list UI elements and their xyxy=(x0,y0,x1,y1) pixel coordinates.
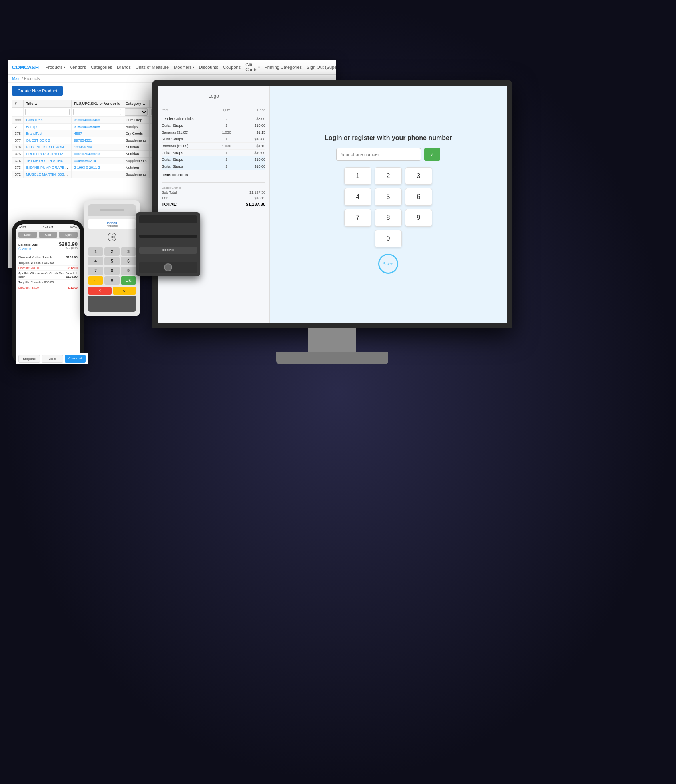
list-item[interactable]: Bananas ($1.05) 1.030 $1.15 xyxy=(162,129,265,136)
numpad-6[interactable]: 6 xyxy=(405,188,432,206)
numpad-5[interactable]: 5 xyxy=(375,188,402,206)
tax-label: Tax: xyxy=(162,196,168,200)
item-name: Tequilla, 2 each x $60.00 xyxy=(18,261,54,265)
phone-carrier: AT&T xyxy=(19,226,26,229)
phone-split-button[interactable]: Split xyxy=(59,232,78,238)
cr-btn-cancel[interactable]: ✕ xyxy=(88,287,112,295)
printer-brand: EPSON xyxy=(141,249,195,252)
balance-amount: $280.90 xyxy=(59,241,78,247)
item-name: Flavored Vodka, 1 each xyxy=(18,255,52,259)
clear-button[interactable]: Clear xyxy=(42,355,63,360)
numpad-7[interactable]: 7 xyxy=(344,209,371,227)
numpad-0[interactable]: 0 xyxy=(375,230,402,247)
cr-btn-3[interactable]: 3 xyxy=(121,247,136,256)
nav-coupons[interactable]: Coupons xyxy=(223,65,241,70)
cr-btn-ok[interactable]: OK xyxy=(121,276,136,285)
checkout-button[interactable]: Checkout xyxy=(65,355,80,360)
phone-cart-button[interactable]: Cart xyxy=(39,232,58,238)
nav-printing[interactable]: Printing Categories xyxy=(265,65,302,70)
pos-totals: Scale: 0.00 lb Sub Total: $1,127.30 Tax:… xyxy=(162,182,265,207)
filter-title[interactable] xyxy=(25,109,70,115)
nav-discounts[interactable]: Discounts xyxy=(199,65,218,70)
cr-btn-7[interactable]: 7 xyxy=(88,267,103,275)
list-item[interactable]: Tequilla, 2 each x $60.00 xyxy=(18,260,78,266)
list-item[interactable]: Bananas ($1.05) 1.030 $1.15 xyxy=(162,143,265,150)
col-category[interactable]: Category ▲ xyxy=(123,100,150,108)
cr-btn-4[interactable]: 4 xyxy=(88,257,103,265)
printer-slot xyxy=(139,235,197,238)
phone-items-list: Flavored Vodka, 1 each $100.00 Tequilla,… xyxy=(16,253,80,292)
cr-btn-1[interactable]: 1 xyxy=(88,247,103,256)
numpad: 1 2 3 4 5 6 7 8 9 0 xyxy=(344,167,432,247)
card-reader-numpad: 1 2 3 4 5 6 7 8 9 ← 0 OK xyxy=(88,247,136,285)
numpad-9[interactable]: 9 xyxy=(405,209,432,227)
item-name: Discount: -$8.00 xyxy=(18,286,39,289)
item-name: Tequilla, 2 each x $60.00 xyxy=(18,281,54,284)
list-item[interactable]: Flavored Vodka, 1 each $100.00 xyxy=(18,255,78,260)
numpad-8[interactable]: 8 xyxy=(375,209,402,227)
header-item: Item xyxy=(162,108,214,112)
printer-logo: EPSON xyxy=(139,247,197,254)
phone-back-button[interactable]: Back xyxy=(18,232,37,238)
cr-btn-0[interactable]: 0 xyxy=(104,276,120,285)
item-price: $112.00 xyxy=(68,267,78,269)
list-item[interactable]: Guitar Straps 1 $10.00 xyxy=(162,136,265,143)
phone-screen: AT&T 9:41 AM 100% Back Cart Split Balanc… xyxy=(16,224,80,360)
list-item[interactable]: Discount: -$8.00 $112.00 xyxy=(18,285,78,290)
cr-btn-9[interactable]: 9 xyxy=(121,267,136,275)
monitor-stand-base xyxy=(276,352,388,364)
phone-number-input[interactable] xyxy=(336,148,421,161)
list-item[interactable]: Guitar Straps 1 $10.00 xyxy=(162,156,265,163)
total-label: TOTAL: xyxy=(162,202,177,207)
cr-btn-5[interactable]: 5 xyxy=(104,257,120,265)
list-item[interactable]: Guitar Straps 1 $10.00 xyxy=(162,150,265,156)
cr-btn-6[interactable]: 6 xyxy=(121,257,136,265)
numpad-4[interactable]: 4 xyxy=(344,188,371,206)
pos-logo-box: Logo xyxy=(200,90,227,102)
numpad-3[interactable]: 3 xyxy=(405,167,432,185)
cr-btn-clear[interactable]: C xyxy=(113,287,136,295)
login-title: Login or register with your phone number xyxy=(325,134,452,142)
numpad-1[interactable]: 1 xyxy=(344,167,371,185)
list-item[interactable]: Apothic Winemaker's Crush Red Blend, 1 e… xyxy=(18,271,78,280)
list-item[interactable]: Guitar Straps 1 $10.00 xyxy=(162,163,265,170)
filter-category[interactable] xyxy=(125,108,148,116)
phone-balance: Balance Due: $280.90 ⓘ Walk in Tax $8.90 xyxy=(16,239,80,253)
nav-categories[interactable]: Categories xyxy=(91,65,112,70)
nav-brands[interactable]: Brands xyxy=(117,65,131,70)
list-item[interactable]: Tequilla, 2 each x $60.00 xyxy=(18,280,78,285)
create-product-button[interactable]: Create New Product xyxy=(12,86,63,96)
cr-btn-2[interactable]: 2 xyxy=(104,247,120,256)
list-item[interactable]: Guitar Straps 1 $10.00 xyxy=(162,122,265,129)
nfc-symbol xyxy=(88,231,136,245)
cr-btn-back[interactable]: ← xyxy=(88,276,103,285)
admin-navbar: COMCASH Products Vendors Categories Bran… xyxy=(8,60,336,75)
phone-battery: 100% xyxy=(70,226,77,229)
nav-units[interactable]: Units of Measure xyxy=(136,65,169,70)
card-reader-body: Infinite Peripherals 1 2 3 4 5 6 7 8 9 ←… xyxy=(84,200,140,316)
pos-logo-area: Logo xyxy=(162,90,265,102)
cr-btn-8[interactable]: 8 xyxy=(104,267,120,275)
nav-signout[interactable]: Sign Out (Super Admin) xyxy=(307,65,336,70)
nav-vendors[interactable]: Vendors xyxy=(70,65,86,70)
monitor-stand-neck xyxy=(308,328,356,352)
printer-body: EPSON xyxy=(136,212,200,276)
brand-name-2: Peripherals xyxy=(91,225,133,227)
breadcrumb-main[interactable]: Main xyxy=(12,76,21,81)
nav-products[interactable]: Products xyxy=(45,65,65,70)
printer-button[interactable] xyxy=(164,263,172,271)
nav-gift-cards[interactable]: Gift Cards xyxy=(245,62,259,72)
brand-name: Infinite xyxy=(91,221,133,225)
list-item[interactable]: Fender Guitar Picks 2 $8.00 xyxy=(162,116,265,122)
phone-confirm-button[interactable]: ✓ xyxy=(424,148,440,161)
nav-modifiers[interactable]: Modifiers xyxy=(174,65,194,70)
suspend-button[interactable]: Suspend xyxy=(18,355,40,360)
numpad-2[interactable]: 2 xyxy=(375,167,402,185)
printer-top xyxy=(139,215,197,223)
filter-sku[interactable] xyxy=(73,109,121,115)
col-sku: PLU,UPC,SKU or Vendor Id xyxy=(72,100,123,108)
tax-row: Tax: $10.13 xyxy=(162,195,265,201)
total-value: $1,137.30 xyxy=(246,202,265,207)
list-item[interactable]: Discount: -$8.00 $112.00 xyxy=(18,266,78,271)
col-title[interactable]: Title ▲ xyxy=(24,100,72,108)
